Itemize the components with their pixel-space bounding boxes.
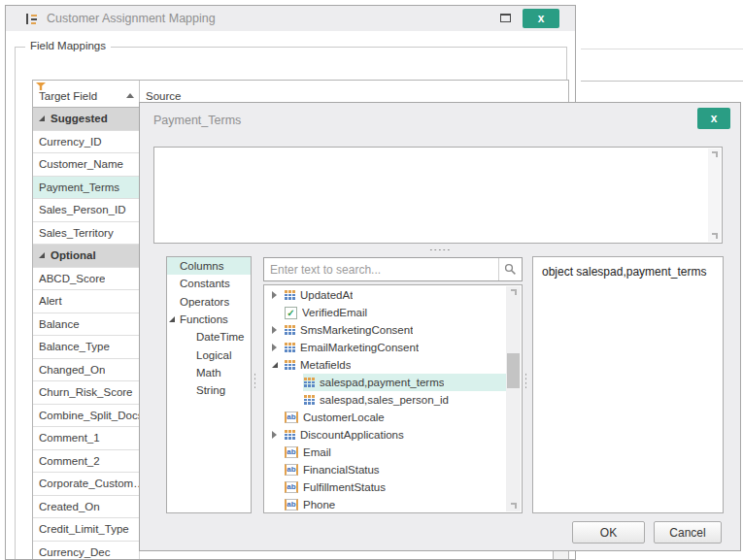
- maximize-icon[interactable]: [500, 14, 511, 22]
- splitter-handle-horizontal[interactable]: [429, 248, 451, 251]
- table-field-icon: [285, 343, 295, 352]
- row-label: Created_On: [39, 501, 100, 512]
- app-icon: [25, 13, 38, 25]
- tree-item[interactable]: UpdatedAt: [264, 286, 506, 304]
- tree-item[interactable]: abPhone: [264, 496, 506, 511]
- tree-item[interactable]: EmailMarketingConsent: [264, 339, 506, 356]
- column-header-label: Source: [146, 90, 181, 102]
- row-label: Alert: [39, 295, 62, 307]
- tree-item-content: EmailMarketingConsent: [284, 339, 506, 356]
- tree-item-content: Metafields: [284, 356, 506, 374]
- background-grid-line: [581, 81, 743, 82]
- search-input[interactable]: [270, 259, 494, 280]
- expand-icon[interactable]: [272, 344, 284, 351]
- splitter-handle-vertical[interactable]: [253, 373, 256, 388]
- tree-item[interactable]: abFinancialStatus: [264, 461, 506, 478]
- category-item-columns[interactable]: Columns: [167, 257, 251, 275]
- splitter-handle-vertical[interactable]: [524, 373, 527, 388]
- column-header-target-field[interactable]: Target Field: [33, 81, 140, 107]
- category-item-string[interactable]: String: [167, 381, 251, 399]
- tree-item[interactable]: salespad,sales_person_id: [264, 391, 506, 409]
- target-field-cell: Comment_2: [33, 450, 140, 473]
- checkbox-field-icon: ✓: [285, 307, 297, 319]
- category-item-functions[interactable]: Functions: [167, 311, 251, 328]
- row-label: Sales_Person_ID: [39, 204, 126, 215]
- tree-item-label: CustomerLocale: [303, 412, 385, 423]
- tree-item-label: salespad,payment_terms: [320, 377, 444, 388]
- tree-item-content: abEmail: [284, 444, 506, 461]
- tree-item[interactable]: Metafields: [264, 356, 506, 374]
- close-button[interactable]: x: [523, 9, 559, 28]
- tree-item[interactable]: abEmail: [264, 444, 506, 461]
- target-field-cell: Sales_Territory: [33, 222, 140, 245]
- chevron-down-icon: [712, 233, 718, 239]
- target-field-cell: Balance_Type: [33, 336, 140, 358]
- search-button[interactable]: [498, 258, 522, 280]
- collapse-icon[interactable]: [272, 362, 284, 368]
- tree-item-content: UpdatedAt: [284, 286, 506, 304]
- row-label: Suggested: [51, 113, 108, 124]
- category-item-logical[interactable]: Logical: [167, 346, 251, 363]
- tree-item[interactable]: ✓VerifiedEmail: [264, 304, 506, 321]
- row-label: Optional: [51, 249, 96, 261]
- tree-item[interactable]: abFulfillmentStatus: [264, 478, 506, 496]
- category-item-operators[interactable]: Operators: [167, 293, 251, 311]
- tree-item-label: salespad,sales_person_id: [320, 394, 449, 406]
- expand-icon[interactable]: [272, 431, 284, 439]
- dialog-titlebar[interactable]: Payment_Terms x: [140, 103, 740, 138]
- expression-text[interactable]: [160, 151, 702, 239]
- preview-text: object salespad,payment_terms: [542, 265, 717, 279]
- table-field-icon: [304, 378, 315, 387]
- target-field-cell: Created_On: [33, 496, 140, 518]
- table-field-icon: [285, 430, 295, 440]
- cancel-button[interactable]: Cancel: [654, 521, 722, 544]
- category-item-math[interactable]: Math: [167, 364, 251, 381]
- scrollbar-thumb[interactable]: [507, 353, 520, 388]
- category-label: Functions: [180, 313, 228, 325]
- payment-terms-dialog: Payment_Terms x ColumnsConstantsOperator…: [139, 102, 741, 551]
- dialog-title: Payment_Terms: [153, 114, 241, 127]
- expand-icon[interactable]: [272, 326, 284, 334]
- text-field-icon: ab: [285, 412, 298, 423]
- expression-scrollbar[interactable]: [708, 148, 721, 242]
- tree-item-content: ✓VerifiedEmail: [284, 304, 506, 321]
- search-icon: [504, 263, 517, 276]
- target-field-cell: Payment_Terms: [33, 177, 140, 199]
- row-label: Credit_Limit_Type: [39, 523, 129, 535]
- filter-icon[interactable]: [36, 82, 46, 90]
- tree-item-content: DiscountApplications: [284, 426, 506, 444]
- tree-scrollbar[interactable]: [506, 286, 521, 511]
- category-label: Columns: [180, 260, 223, 272]
- row-label: ABCD_Score: [39, 273, 105, 284]
- background-grid-line: [581, 49, 743, 49]
- target-field-cell: Alert: [33, 290, 140, 313]
- groupbox-label: Field Mappings: [25, 40, 111, 51]
- tree-item[interactable]: SmsMarketingConsent: [264, 321, 506, 339]
- row-label: Customer_Name: [39, 158, 123, 170]
- tree-item-content: abCustomerLocale: [284, 409, 506, 426]
- tree-item[interactable]: abCustomerLocale: [264, 409, 506, 426]
- tree-item-content: abPhone: [284, 496, 506, 511]
- field-tree-box: UpdatedAt✓VerifiedEmailSmsMarketingConse…: [263, 284, 523, 513]
- category-item-constants[interactable]: Constants: [167, 275, 251, 292]
- tree-item-label: SmsMarketingConsent: [300, 324, 413, 336]
- target-field-cell: Customer_Name: [33, 153, 140, 176]
- close-button[interactable]: x: [697, 108, 730, 129]
- ok-button[interactable]: OK: [572, 521, 645, 544]
- target-field-cell: Currency_ID: [33, 131, 140, 153]
- expand-icon[interactable]: [272, 291, 284, 299]
- expression-editor-box[interactable]: [153, 147, 723, 244]
- target-field-cell: Changed_On: [33, 359, 140, 381]
- tree-item-content: salespad,payment_terms: [303, 374, 506, 391]
- target-field-cell: Optional: [33, 245, 96, 267]
- row-label: Churn_Risk_Score: [39, 386, 133, 398]
- category-item-datetime[interactable]: DateTime: [167, 328, 251, 346]
- category-list: ColumnsConstantsOperatorsFunctionsDateTi…: [167, 257, 251, 399]
- tree-item[interactable]: DiscountApplications: [264, 426, 506, 444]
- target-field-cell: Churn_Risk_Score: [33, 381, 140, 404]
- tree-item[interactable]: salespad,payment_terms: [264, 374, 506, 391]
- chevron-up-icon: [511, 289, 517, 295]
- row-label: Sales_Territory: [39, 227, 114, 239]
- mapping-window-titlebar[interactable]: Customer Assignment Mapping x: [6, 6, 575, 31]
- row-label: Currency_ID: [39, 136, 102, 148]
